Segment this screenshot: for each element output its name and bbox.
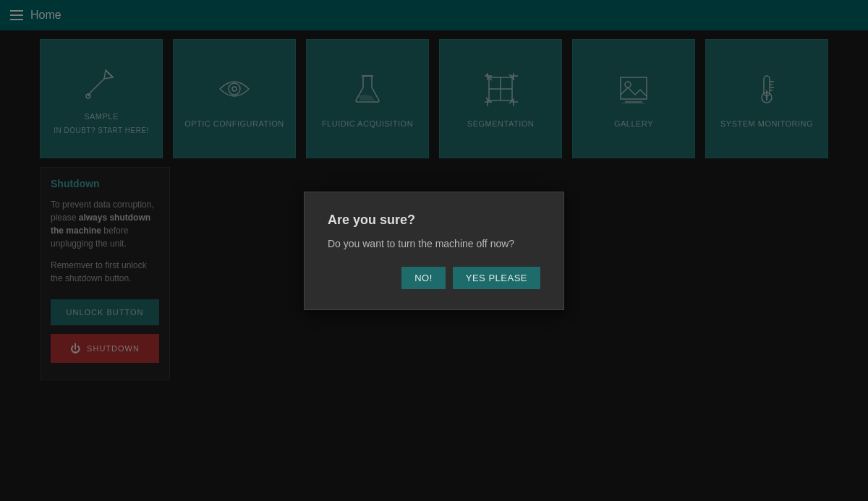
dialog-message: Do you want to turn the machine off now? [328, 238, 540, 249]
dialog-overlay: Are you sure? Do you want to turn the ma… [0, 0, 868, 501]
dialog-no-button[interactable]: NO! [401, 267, 446, 289]
dialog-yes-button[interactable]: YES PLEASE [453, 267, 540, 289]
confirm-dialog: Are you sure? Do you want to turn the ma… [304, 192, 564, 310]
dialog-buttons: NO! YES PLEASE [328, 267, 540, 289]
dialog-title: Are you sure? [328, 213, 540, 228]
